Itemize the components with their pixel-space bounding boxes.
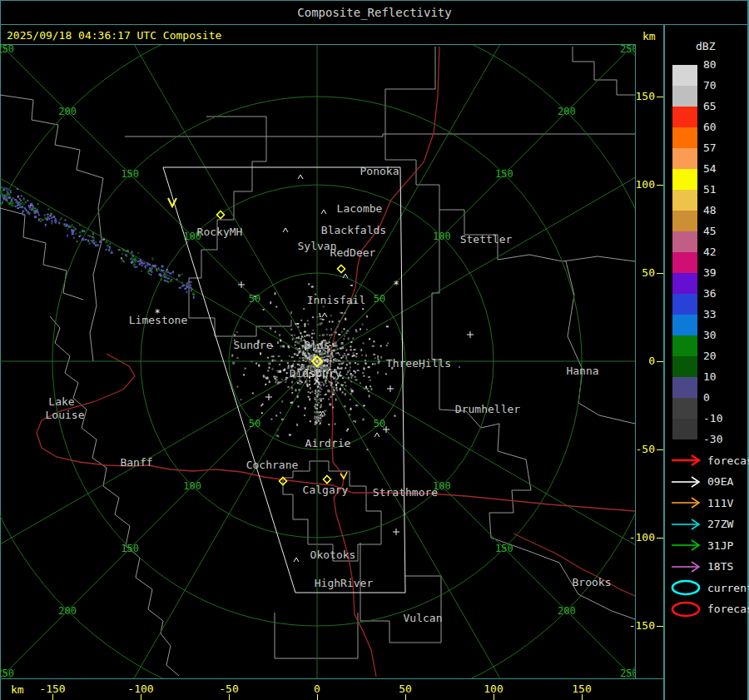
colorbar-title: dBZ: [696, 40, 715, 52]
city-label: Lacombe: [337, 202, 383, 215]
range-ring-label: 50: [249, 418, 260, 429]
asterisk-marker-icon: *: [393, 279, 399, 290]
legend-arrow-icon: [670, 537, 705, 554]
legend-arrow-icon: [670, 494, 705, 511]
colorbar-swatch: [672, 169, 697, 190]
radial-spoke: [317, 361, 635, 597]
town-cross-marker-icon: [265, 394, 272, 400]
colorbar-swatch: [672, 127, 697, 148]
colorbar-label: 70: [703, 79, 737, 92]
county-boundary: [50, 316, 179, 676]
range-ring-label: 200: [58, 605, 77, 617]
summit-caret-marker-icon: [283, 228, 288, 232]
town-cross-marker-icon: [467, 331, 474, 338]
range-ring-label: 150: [121, 168, 139, 180]
colorbar-swatch: [672, 252, 697, 273]
city-label: Blackfalds: [321, 224, 386, 236]
y-tick-mark: [657, 273, 663, 274]
legend-item-label: 09EA: [707, 475, 733, 488]
summit-caret-marker-icon: [322, 313, 327, 317]
colorbar-label: -30: [703, 433, 737, 445]
echo-dot: [459, 366, 460, 368]
city-label: Airdrie: [305, 437, 351, 449]
colorbar-label: 54: [703, 162, 737, 175]
titlebar-divider: [0, 24, 749, 25]
x-axis-unit: km: [11, 683, 24, 696]
colorbar-swatch: [672, 335, 697, 356]
colorbar-label: 80: [703, 58, 737, 71]
city-label: Lake: [48, 395, 74, 408]
city-label: Ponoka: [360, 165, 399, 177]
colorbar-swatch: [672, 65, 697, 86]
legend-ellipse-icon: [670, 579, 705, 596]
colorbar-label: 48: [703, 204, 737, 216]
y-tick-mark: [657, 449, 663, 450]
legend-arrow-icon: [670, 559, 705, 575]
radar-map-canvas[interactable]: 5050505010010010010015015015015020020020…: [0, 45, 635, 678]
city-label: Brooks: [573, 576, 612, 588]
county-boundary: [0, 95, 103, 178]
legend-item: 09EA: [670, 474, 733, 490]
legend-item: forecast: [670, 601, 749, 618]
timestamp-label: 2025/09/18 04:36:17 UTC Composite: [7, 29, 221, 42]
map-frame-bottom: [0, 678, 664, 679]
colorbar-swatch: [672, 398, 697, 419]
city-label: Hanna: [566, 365, 598, 377]
colorbar-label: 36: [703, 287, 737, 300]
legend-arrow-icon: [670, 516, 705, 533]
x-tick-label: -50: [204, 683, 254, 695]
city-label: ThreeHills: [386, 357, 451, 370]
colorbar-label: 20: [703, 350, 737, 362]
x-tick-mark: [405, 694, 406, 700]
range-ring-label: 200: [58, 106, 77, 117]
echo-dot: [353, 420, 355, 422]
radar-site-diamond-icon: [338, 266, 345, 273]
x-tick-mark: [582, 694, 583, 700]
city-label: RedDeer: [330, 246, 376, 259]
city-label: HighRiver: [315, 577, 374, 589]
range-ring-label: 50: [249, 293, 260, 305]
x-tick-mark: [52, 694, 53, 700]
range-ring-label: 200: [558, 605, 576, 617]
summit-caret-marker-icon: [321, 210, 326, 214]
legend-item: current: [670, 579, 749, 596]
y-tick-mark: [657, 626, 663, 627]
town-cross-marker-icon: [387, 385, 394, 392]
county-boundary: [566, 261, 635, 424]
panel-divider: [663, 25, 665, 700]
colorbar-label: -10: [703, 412, 737, 424]
legend-item: 31JP: [670, 537, 733, 554]
city-label: Drumheller: [455, 403, 520, 415]
legend-item-label: current: [707, 582, 749, 594]
colorbar-swatch: [672, 231, 697, 252]
y-tick-label: -50: [605, 443, 655, 455]
county-boundary: [90, 178, 103, 361]
colorbar-swatch: [672, 190, 697, 211]
x-tick-mark: [317, 694, 318, 700]
colorbar-label: 42: [703, 246, 737, 258]
city-label: Banff: [120, 456, 152, 469]
range-ring-label: 150: [121, 543, 139, 554]
x-tick-label: -100: [116, 683, 166, 695]
radar-viewer-window: { "window": { "title": "Composite_Reflec…: [0, 0, 749, 700]
x-tick-label: -150: [27, 683, 77, 695]
city-label: Sundre: [234, 339, 273, 351]
range-ring-label: 100: [433, 231, 451, 242]
city-label: Didsbury: [290, 367, 342, 380]
colorbar-swatch: [672, 294, 697, 315]
summit-caret-marker-icon: [294, 558, 299, 562]
y-tick-label: -150: [605, 619, 655, 632]
city-label: Okotoks: [310, 549, 356, 561]
y-tick-label: -100: [605, 531, 655, 544]
legend-arrow-icon: [670, 474, 705, 490]
legend-item-label: 18TS: [707, 560, 733, 573]
radar-site-diamond-icon: [324, 476, 331, 484]
county-boundary: [275, 613, 358, 658]
y-tick-label: 100: [605, 178, 655, 191]
city-label: Louise: [46, 409, 85, 421]
y-tick-mark: [657, 97, 663, 97]
town-cross-marker-icon: [238, 281, 245, 288]
city-label: Stettler: [460, 233, 513, 246]
radar-echo-band: [0, 186, 195, 299]
range-ring-label: 200: [558, 106, 576, 117]
